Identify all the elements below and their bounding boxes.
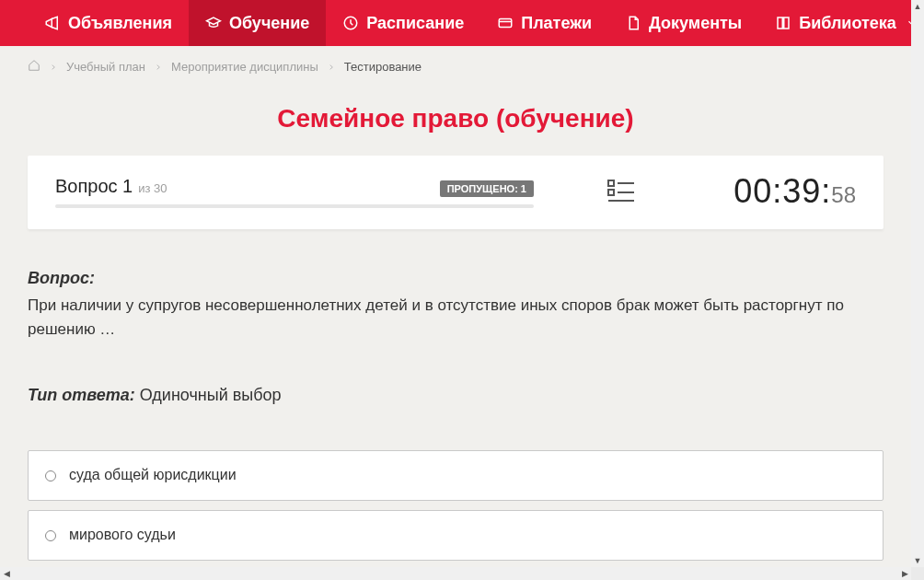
chevron-right-icon	[50, 60, 57, 74]
nav-item-announcements[interactable]: Объявления	[28, 0, 189, 46]
book-icon	[775, 15, 791, 31]
nav-label: Обучение	[229, 14, 309, 33]
main-nav: Объявления Обучение Расписание Платежи Д…	[0, 0, 911, 46]
chevron-right-icon	[328, 60, 335, 74]
scroll-down-icon[interactable]: ▼	[911, 554, 924, 567]
breadcrumb-link[interactable]: Мероприятие дисциплины	[171, 60, 318, 74]
question-body: Вопрос: При наличии у супругов несоверше…	[0, 229, 911, 567]
nav-item-education[interactable]: Обучение	[189, 0, 326, 46]
answer-type-row: Тип ответа: Одиночный выбор	[28, 383, 884, 409]
status-card: Вопрос 1 из 30 ПРОПУЩЕНО: 1 00:39:58	[28, 156, 884, 229]
progress-bar	[55, 204, 534, 208]
nav-label: Платежи	[521, 14, 592, 33]
progress-area: Вопрос 1 из 30 ПРОПУЩЕНО: 1	[55, 176, 534, 208]
svg-rect-1	[499, 19, 512, 28]
question-of: из 30	[138, 181, 167, 195]
answer-list: суда общей юрисдикции мирового судьи	[28, 450, 884, 567]
breadcrumb: Учебный план Мероприятие дисциплины Тест…	[0, 46, 911, 80]
timer-seconds: 58	[831, 182, 856, 208]
nav-item-schedule[interactable]: Расписание	[326, 0, 480, 46]
scroll-right-icon[interactable]: ▶	[898, 567, 911, 580]
chevron-down-icon	[904, 15, 911, 31]
answer-text: мирового судьи	[69, 524, 176, 547]
answer-type-value: Одиночный выбор	[135, 386, 282, 404]
question-number-label: Вопрос 1	[55, 176, 133, 197]
card-icon	[497, 15, 514, 31]
nav-item-payments[interactable]: Платежи	[480, 0, 608, 46]
megaphone-icon	[44, 15, 61, 31]
scroll-up-icon[interactable]: ▲	[911, 0, 924, 13]
question-text: При наличии у супругов несовершеннолетни…	[28, 294, 884, 342]
question-list-button[interactable]	[607, 179, 635, 204]
scroll-left-icon[interactable]: ◀	[0, 567, 13, 580]
clock-icon	[342, 15, 359, 31]
breadcrumb-current: Тестирование	[344, 60, 422, 74]
scroll-corner	[911, 567, 924, 580]
home-icon[interactable]	[28, 59, 40, 75]
skipped-badge: ПРОПУЩЕНО: 1	[440, 180, 534, 197]
nav-label: Библиотека	[799, 14, 896, 33]
page-title: Семейное право (обучение)	[0, 80, 911, 156]
nav-label: Расписание	[366, 14, 464, 33]
radio-icon	[45, 530, 56, 541]
svg-rect-2	[608, 180, 614, 186]
radio-icon	[45, 470, 56, 481]
timer: 00:39:58	[733, 172, 856, 211]
nav-label: Документы	[649, 14, 742, 33]
graduation-cap-icon	[205, 15, 222, 31]
answer-type-label: Тип ответа:	[28, 386, 135, 404]
nav-item-documents[interactable]: Документы	[608, 0, 758, 46]
horizontal-scrollbar[interactable]: ◀ ▶	[0, 567, 911, 580]
answer-option[interactable]: мирового судьи	[28, 510, 884, 561]
answer-option[interactable]: суда общей юрисдикции	[28, 450, 884, 501]
timer-main: 00:39:	[733, 172, 831, 211]
nav-label: Объявления	[68, 14, 172, 33]
svg-rect-4	[608, 190, 614, 195]
chevron-right-icon	[155, 60, 162, 74]
nav-item-library[interactable]: Библиотека	[758, 0, 911, 46]
answer-text: суда общей юрисдикции	[69, 464, 237, 487]
document-icon	[625, 15, 641, 31]
breadcrumb-link[interactable]: Учебный план	[66, 60, 145, 74]
vertical-scrollbar[interactable]: ▲ ▼	[911, 0, 924, 567]
question-title-label: Вопрос:	[28, 266, 884, 292]
